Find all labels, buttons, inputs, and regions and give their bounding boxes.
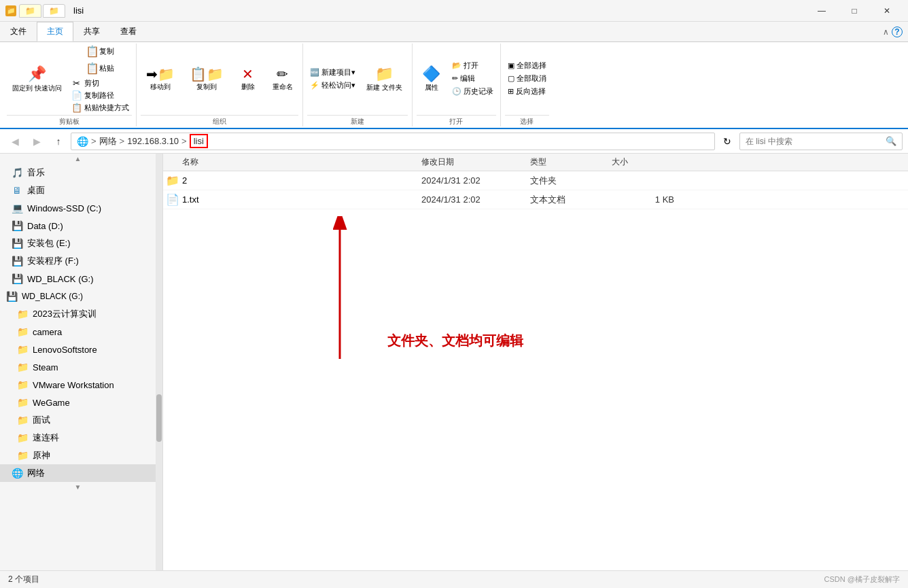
edit-button[interactable]: ✏ 编辑 bbox=[449, 73, 496, 84]
tab-home[interactable]: 主页 bbox=[37, 22, 73, 41]
sidebar-item-desktop[interactable]: 🖥 桌面 bbox=[0, 181, 156, 199]
clipboard-label: 剪贴板 bbox=[7, 115, 132, 126]
forward-button[interactable]: ▶ bbox=[27, 132, 46, 151]
path-folder: lisi bbox=[190, 134, 208, 148]
ribbon-help-btn[interactable]: ? bbox=[892, 27, 903, 37]
sidebar-scrollbar[interactable] bbox=[156, 154, 162, 588]
back-button[interactable]: ◀ bbox=[5, 132, 24, 151]
interview-icon: 📁 bbox=[16, 414, 29, 426]
copy-to-button[interactable]: 📋📁 复制到 bbox=[184, 65, 229, 93]
path-sep1: > bbox=[91, 136, 97, 146]
col-header-size[interactable]: 大小 bbox=[612, 156, 680, 168]
invert-select-button[interactable]: ⊞ 反向选择 bbox=[505, 86, 549, 97]
annotation-arrow bbox=[319, 216, 360, 366]
delete-button[interactable]: ✕ 删除 bbox=[233, 65, 263, 93]
file-list-header: 名称 修改日期 类型 大小 bbox=[163, 154, 908, 171]
sidebar-item-pkg[interactable]: 💾 安装包 (E:) bbox=[0, 235, 156, 252]
sidebar-label-winc: Windows-SSD (C:) bbox=[27, 203, 101, 213]
tab-share[interactable]: 共享 bbox=[73, 22, 110, 41]
file-size-1: 1 KB bbox=[612, 194, 680, 205]
sidebar-item-music[interactable]: 🎵 音乐 bbox=[0, 164, 156, 181]
tab-2[interactable]: 📁 bbox=[43, 4, 65, 18]
cloud-icon: 📁 bbox=[16, 308, 29, 320]
sidebar-item-lenovo[interactable]: 📁 LenovoSoftstore bbox=[0, 341, 156, 358]
sidebar-item-vmware[interactable]: 📁 VMware Workstation bbox=[0, 376, 156, 394]
select-buttons: ▣ 全部选择 ▢ 全部取消 ⊞ 反向选择 bbox=[505, 44, 549, 114]
sidebar-item-appf[interactable]: 💾 安装程序 (F:) bbox=[0, 252, 156, 270]
cut-button[interactable]: ✂ 剪切 bbox=[69, 77, 132, 89]
file-type-0: 文件夹 bbox=[530, 175, 612, 187]
status-bar: 2 个项目 CSDN @橘子皮裂解字 bbox=[0, 570, 908, 588]
tab-view[interactable]: 查看 bbox=[110, 22, 147, 41]
path-sep3: > bbox=[181, 136, 187, 146]
scroll-down[interactable]: ▼ bbox=[0, 482, 156, 492]
maximize-button[interactable]: □ bbox=[839, 1, 870, 20]
col-header-name[interactable]: 名称 bbox=[163, 156, 421, 168]
ribbon: 文件 主页 共享 查看 ∧ ? 📌 固定到 快速访问 📋 复制 bbox=[0, 22, 908, 129]
open-icon: 📂 bbox=[452, 61, 461, 70]
search-box[interactable]: 🔍 bbox=[739, 133, 903, 150]
paste-shortcut-button[interactable]: 📋 粘贴快捷方式 bbox=[69, 102, 132, 114]
sidebar-scrollbar-thumb[interactable] bbox=[156, 394, 162, 442]
invert-icon: ⊞ bbox=[508, 87, 514, 96]
easy-access-button[interactable]: ⚡ 轻松访问▾ bbox=[307, 80, 358, 91]
copy-button[interactable]: 📋 复制 bbox=[69, 44, 132, 59]
wegame-icon: 📁 bbox=[16, 396, 29, 409]
ribbon-body: 📌 固定到 快速访问 📋 复制 📋 粘贴 ✂ 剪切 bbox=[0, 42, 908, 128]
wdg-icon: 💾 bbox=[11, 273, 23, 285]
sidebar-label-steam: Steam bbox=[33, 362, 58, 373]
close-button[interactable]: ✕ bbox=[871, 1, 903, 20]
sidebar-item-camera[interactable]: 📁 camera bbox=[0, 323, 156, 341]
annotation-text: 文件夹、文档均可编辑 bbox=[387, 332, 523, 350]
select-none-button[interactable]: ▢ 全部取消 bbox=[505, 73, 549, 84]
open-button[interactable]: 📂 打开 bbox=[449, 60, 496, 71]
select-all-button[interactable]: ▣ 全部选择 bbox=[505, 60, 549, 71]
sidebar-item-wdg[interactable]: 💾 WD_BLACK (G:) bbox=[0, 270, 156, 288]
sidebar-item-interview[interactable]: 📁 面试 bbox=[0, 411, 156, 429]
copy-path-button[interactable]: 📄 复制路径 bbox=[69, 90, 132, 101]
sidebar-item-wdg2[interactable]: 💾 WD_BLACK (G:) bbox=[0, 288, 156, 305]
properties-button[interactable]: 🔷 属性 bbox=[417, 64, 447, 94]
status-watermark: CSDN @橘子皮裂解字 bbox=[824, 574, 900, 585]
sidebar-item-winc[interactable]: 💻 Windows-SSD (C:) bbox=[0, 199, 156, 217]
col-header-date[interactable]: 修改日期 bbox=[421, 156, 530, 168]
refresh-button[interactable]: ↻ bbox=[718, 132, 737, 151]
sidebar-item-cloud[interactable]: 📁 2023云计算实训 bbox=[0, 305, 156, 323]
col-header-type[interactable]: 类型 bbox=[530, 156, 612, 168]
sidebar-item-steam[interactable]: 📁 Steam bbox=[0, 358, 156, 376]
minimize-button[interactable]: — bbox=[806, 1, 837, 20]
sidebar: ▲ 🎵 音乐 🖥 桌面 💻 Windows-SSD (C:) 💾 Data (D… bbox=[0, 154, 163, 588]
sidebar-label-sulianke: 速连科 bbox=[33, 432, 59, 444]
sidebar-item-sulianke[interactable]: 📁 速连科 bbox=[0, 429, 156, 447]
file-item-1[interactable]: 📄 1.txt 2024/1/31 2:02 文本文档 1 KB bbox=[163, 190, 908, 209]
address-path[interactable]: 🌐 > 网络 > 192.168.3.10 > lisi bbox=[71, 133, 715, 150]
sidebar-item-yuanshen[interactable]: 📁 原神 bbox=[0, 447, 156, 464]
vmware-icon: 📁 bbox=[16, 379, 29, 391]
cut-icon: ✂ bbox=[71, 78, 82, 88]
sidebar-item-network[interactable]: 🌐 网络 bbox=[0, 464, 156, 482]
paste-button[interactable]: 📋 粘贴 bbox=[69, 60, 132, 76]
file-date-1: 2024/1/31 2:02 bbox=[421, 194, 530, 205]
tab-1[interactable]: 📁 bbox=[19, 4, 41, 18]
ribbon-collapse-btn[interactable]: ∧ bbox=[883, 27, 889, 37]
address-bar: ◀ ▶ ↑ 🌐 > 网络 > 192.168.3.10 > lisi ↻ 🔍 bbox=[0, 129, 908, 154]
sidebar-label-wdg2: WD_BLACK (G:) bbox=[22, 292, 83, 301]
tab-file[interactable]: 文件 bbox=[0, 22, 37, 41]
pin-button[interactable]: 📌 固定到 快速访问 bbox=[7, 64, 67, 94]
ribbon-group-select: ▣ 全部选择 ▢ 全部取消 ⊞ 反向选择 选择 bbox=[501, 44, 553, 126]
sidebar-item-datad[interactable]: 💾 Data (D:) bbox=[0, 217, 156, 235]
history-button[interactable]: 🕒 历史记录 bbox=[449, 86, 496, 97]
search-input[interactable] bbox=[746, 137, 883, 146]
rename-button[interactable]: ✏ 重命名 bbox=[267, 65, 298, 93]
move-to-button[interactable]: ➡📁 移动到 bbox=[141, 65, 180, 93]
up-button[interactable]: ↑ bbox=[49, 132, 68, 151]
file-item-0[interactable]: 📁 2 2024/1/31 2:02 文件夹 bbox=[163, 171, 908, 190]
wdg2-icon: 💾 bbox=[5, 290, 18, 302]
appf-icon: 💾 bbox=[11, 255, 23, 267]
ribbon-group-new: 🆕 新建项目▾ ⚡ 轻松访问▾ 📁 新建 文件夹 新建 bbox=[303, 44, 413, 126]
window-title: lisi bbox=[73, 5, 84, 16]
new-item-button[interactable]: 🆕 新建项目▾ bbox=[307, 67, 358, 78]
new-folder-button[interactable]: 📁 新建 文件夹 bbox=[361, 64, 408, 94]
sidebar-item-wegame[interactable]: 📁 WeGame bbox=[0, 394, 156, 411]
scroll-up[interactable]: ▲ bbox=[0, 154, 156, 164]
